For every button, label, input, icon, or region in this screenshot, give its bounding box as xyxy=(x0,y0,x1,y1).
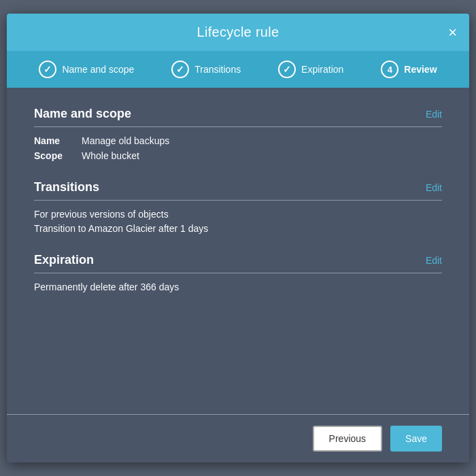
previous-button[interactable]: Previous xyxy=(313,426,382,452)
save-button[interactable]: Save xyxy=(390,426,442,452)
lifecycle-rule-modal: Lifecycle rule × Name and scope Transiti… xyxy=(7,14,469,462)
name-scope-edit-link[interactable]: Edit xyxy=(426,109,442,120)
expiration-title: Expiration xyxy=(34,253,94,267)
scope-label: Scope xyxy=(34,150,75,161)
step-name-scope-icon xyxy=(39,61,56,78)
modal-footer: Previous Save xyxy=(7,414,469,462)
name-field-row: Name Manage old backups xyxy=(34,135,442,146)
expiration-line1: Permanently delete after 366 days xyxy=(34,282,442,292)
step-expiration-icon xyxy=(278,61,296,78)
modal-title: Lifecycle rule xyxy=(197,24,279,40)
name-value: Manage old backups xyxy=(82,135,169,146)
step-expiration: Expiration xyxy=(278,61,343,78)
name-scope-section: Name and scope Edit Name Manage old back… xyxy=(34,107,442,161)
step-review: 4 Review xyxy=(381,61,437,78)
expiration-edit-link[interactable]: Edit xyxy=(426,255,442,266)
step-review-icon: 4 xyxy=(381,61,398,78)
name-label: Name xyxy=(34,135,75,146)
step-transitions-label: Transitions xyxy=(194,64,241,75)
step-review-label: Review xyxy=(404,64,437,75)
step-expiration-label: Expiration xyxy=(301,64,343,75)
transitions-line2: Transition to Amazon Glacier after 1 day… xyxy=(34,223,442,234)
scope-value: Whole bucket xyxy=(82,150,139,161)
expiration-header: Expiration Edit xyxy=(34,253,442,273)
scope-field-row: Scope Whole bucket xyxy=(34,150,442,161)
step-name-scope-label: Name and scope xyxy=(62,64,134,75)
transitions-section: Transitions Edit For previous versions o… xyxy=(34,180,442,234)
modal-body: Name and scope Edit Name Manage old back… xyxy=(7,88,469,414)
transitions-line1: For previous versions of objects xyxy=(34,209,442,220)
close-button[interactable]: × xyxy=(448,25,457,40)
expiration-section: Expiration Edit Permanently delete after… xyxy=(34,253,442,292)
name-scope-title: Name and scope xyxy=(34,107,131,121)
name-scope-header: Name and scope Edit xyxy=(34,107,442,127)
step-transitions: Transitions xyxy=(171,61,241,78)
step-transitions-icon xyxy=(171,61,189,78)
transitions-edit-link[interactable]: Edit xyxy=(426,182,442,193)
transitions-title: Transitions xyxy=(34,180,99,194)
modal-header: Lifecycle rule × xyxy=(7,14,469,51)
transitions-header: Transitions Edit xyxy=(34,180,442,201)
step-name-scope: Name and scope xyxy=(39,61,134,78)
steps-bar: Name and scope Transitions Expiration 4 … xyxy=(7,51,469,88)
